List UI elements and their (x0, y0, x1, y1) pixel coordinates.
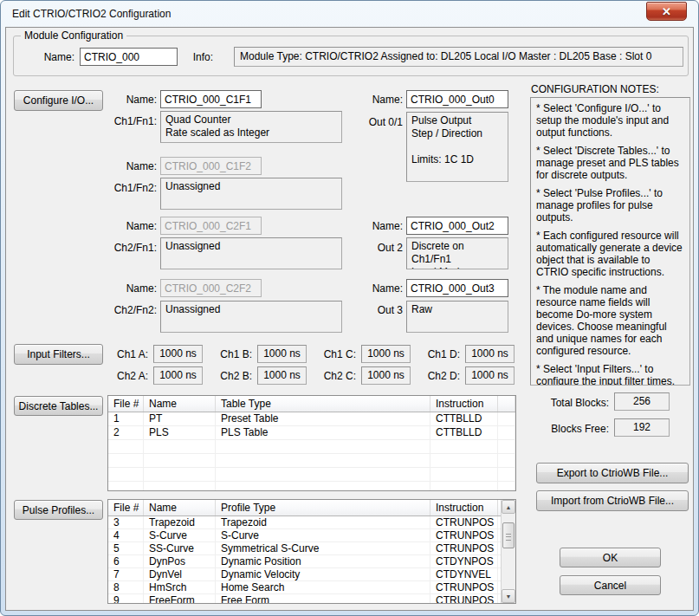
column-header-instruction[interactable]: Instruction (430, 500, 498, 515)
cell-instruction: CTDYNPOS (430, 555, 498, 568)
module-configuration-group: Module Configuration Name: Info: Module … (13, 36, 689, 76)
pulse-profiles-list[interactable]: File # Name Profile Type Instruction 3 T… (107, 499, 516, 604)
channel-name-label: Name: (108, 160, 157, 172)
dialog-window: Edit CTRIO/CTRIO2 Configuration ✕ Module… (0, 0, 699, 616)
cell-file: 3 (108, 516, 144, 529)
note-paragraph: * The module name and resource name fiel… (536, 284, 684, 357)
cancel-button[interactable]: Cancel (560, 575, 661, 595)
ok-button[interactable]: OK (560, 548, 661, 567)
out3-name-input[interactable] (406, 279, 508, 297)
ch1b-filter-value: 1000 ns (257, 345, 307, 363)
cell-instruction: CTTBLLD (430, 426, 498, 440)
table-row[interactable]: 7 DynVel Dynamic Velocity CTDYNVEL (108, 568, 501, 581)
cell-name: DynVel (144, 568, 216, 581)
scrollbar-thumb[interactable] (502, 522, 515, 548)
cell-name: SS-Curve (144, 542, 216, 555)
table-row[interactable]: 1 PT Preset Table CTTBLLD (108, 412, 515, 426)
column-header-name[interactable]: Name (144, 500, 216, 515)
out2-name-input[interactable] (406, 217, 508, 235)
cell-file: 4 (108, 529, 144, 542)
discrete-tables-list[interactable]: File # Name Table Type Instruction 1 PT … (107, 395, 516, 491)
pulse-profiles-button[interactable]: Pulse Profiles... (14, 500, 103, 520)
table-row[interactable]: 4 S-Curve S-Curve CTRUNPOS (108, 529, 501, 542)
output-name-label: Name: (351, 220, 403, 232)
ch1fn1-name-input[interactable] (160, 90, 262, 108)
table-row-empty (108, 440, 515, 454)
title-bar[interactable]: Edit CTRIO/CTRIO2 Configuration ✕ (1, 1, 698, 27)
pulse-profiles-scrollbar[interactable]: ▲ ▼ (501, 500, 515, 603)
ch2a-filter-label: Ch2 A: (101, 370, 148, 382)
cell-file: 8 (108, 581, 144, 594)
cell-type: Trapezoid (216, 516, 430, 529)
cell-instruction: CTTBLLD (430, 412, 498, 426)
cell-name: PT (144, 412, 216, 426)
ch1fn1-label: Ch1/Fn1: (100, 115, 157, 127)
out0-function-box: Pulse Output Step / Direction Limits: 1C… (406, 112, 508, 182)
arrow-up-icon: ▲ (506, 504, 512, 510)
channel-name-label: Name: (108, 94, 157, 106)
input-filters-button[interactable]: Input Filters... (14, 344, 103, 365)
cell-file: 2 (108, 426, 144, 440)
table-row-empty (108, 454, 515, 468)
total-blocks-value: 256 (614, 392, 670, 411)
cell-instruction: CTDYNVEL (430, 568, 498, 581)
cell-type: Dynamic Velocity (216, 568, 430, 581)
table-row[interactable]: 3 Trapezoid Trapezoid CTRUNPOS (108, 516, 501, 529)
cell-name: PLS (144, 426, 216, 440)
column-header-name[interactable]: Name (144, 396, 216, 412)
discrete-tables-button[interactable]: Discrete Tables... (14, 396, 103, 416)
scroll-up-button[interactable]: ▲ (502, 500, 515, 514)
cell-name: Trapezoid (144, 516, 216, 529)
ch2c-filter-label: Ch2 C: (309, 370, 356, 382)
ch1c-filter-value: 1000 ns (361, 345, 411, 363)
configuration-notes-box: * Select 'Configure I/O...' to setup the… (530, 97, 690, 386)
cell-name: DynPos (144, 555, 216, 568)
cell-type: Dynamic Position (216, 555, 430, 568)
scroll-down-button[interactable]: ▼ (502, 589, 515, 603)
ch2fn1-name-input (160, 217, 262, 235)
cell-blank (498, 426, 515, 440)
scrollbar-track[interactable] (502, 514, 515, 589)
ch1fn2-function-box: Unassigned (160, 178, 342, 210)
channel-name-label: Name: (108, 220, 157, 232)
column-header-file[interactable]: File # (108, 396, 144, 412)
configure-io-button[interactable]: Configure I/O... (14, 90, 103, 111)
ch2b-filter-value: 1000 ns (257, 366, 307, 385)
cell-name: S-Curve (144, 529, 216, 542)
column-header-profile-type[interactable]: Profile Type (216, 500, 430, 515)
cell-type: PLS Table (216, 426, 430, 440)
column-header-file[interactable]: File # (108, 500, 144, 515)
cell-name: HmSrch (144, 581, 216, 594)
module-info-value: Module Type: CTRIO/CTRIO2 Assigned to: D… (234, 47, 683, 67)
cell-type: S-Curve (216, 529, 430, 542)
column-header-instruction[interactable]: Instruction (430, 396, 498, 412)
out2-label: Out 2 (346, 242, 403, 254)
ch1a-filter-label: Ch1 A: (101, 348, 148, 360)
ch2fn2-function-box: Unassigned (160, 301, 342, 333)
pulse-profiles-header[interactable]: File # Name Profile Type Instruction (108, 500, 501, 516)
table-row[interactable]: 9 FreeForm Free Form CTRUNPOS (108, 594, 501, 603)
table-row[interactable]: 5 SS-Curve Symmetrical S-Curve CTRUNPOS (108, 542, 501, 555)
import-ctriowb-button[interactable]: Import from CtrioWB File... (536, 490, 689, 511)
table-row[interactable]: 6 DynPos Dynamic Position CTDYNPOS (108, 555, 501, 568)
blocks-free-value: 192 (614, 418, 670, 437)
module-name-input[interactable] (80, 48, 178, 66)
blocks-free-label: Blocks Free: (519, 423, 609, 435)
cell-file: 7 (108, 568, 144, 581)
cell-type: Free Form (216, 594, 430, 603)
ch2fn2-name-input (160, 279, 262, 297)
cell-instruction: CTRUNPOS (430, 594, 498, 603)
out0-name-input[interactable] (406, 90, 508, 108)
export-ctriowb-button[interactable]: Export to CtrioWB File... (536, 463, 689, 483)
out3-function-box: Raw (406, 301, 508, 333)
table-row[interactable]: 2 PLS PLS Table CTTBLLD (108, 426, 515, 440)
output-name-label: Name: (351, 282, 403, 295)
channel-name-label: Name: (108, 282, 157, 295)
ch2a-filter-value: 1000 ns (153, 366, 203, 385)
cell-file: 9 (108, 594, 144, 603)
close-button[interactable]: ✕ (646, 2, 687, 21)
discrete-tables-header[interactable]: File # Name Table Type Instruction (108, 396, 515, 412)
table-row[interactable]: 8 HmSrch Home Search CTRUNPOS (108, 581, 501, 594)
column-header-table-type[interactable]: Table Type (216, 396, 430, 412)
cell-name: FreeForm (144, 594, 216, 603)
